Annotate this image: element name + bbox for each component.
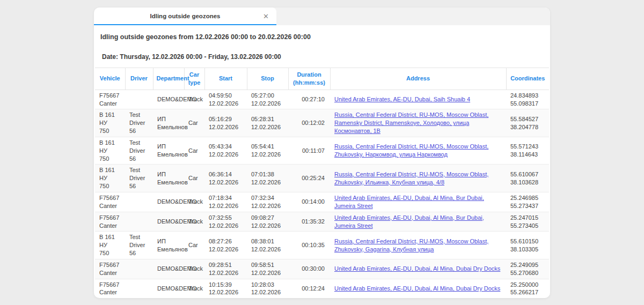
stop-cell: 07:01:38 12.02.2026 — [247, 165, 288, 192]
table-row: F75667 Canter DEMO&DEMO Truck 10:15:39 1… — [95, 279, 549, 298]
duration-cell: 00:27:10 — [288, 90, 330, 109]
vehicle-cell: В 161 НУ 750 — [95, 137, 125, 165]
vehicle-cell: F75667 Canter — [95, 259, 125, 279]
driver-cell: Test Driver 56 — [125, 137, 153, 165]
duration-cell: 00:11:07 — [288, 137, 330, 165]
table-row: В 161 НУ 750 Test Driver 56 ИП Емельянов… — [95, 165, 549, 192]
stop-cell: 05:27:00 12.02.2026 — [247, 90, 288, 109]
address-cell: United Arab Emirates, AE-DU, Dubai, Al M… — [330, 259, 506, 279]
column-header-driver: Driver — [125, 68, 153, 90]
coordinates-cell: 25.246985 55.273437 — [506, 192, 549, 212]
table-row: В 161 НУ 750 Test Driver 56 ИП Емельянов… — [95, 137, 549, 165]
start-cell: 04:59:50 12.02.2026 — [204, 90, 247, 109]
vehicle-cell: F75667 Canter — [95, 192, 125, 212]
tab-label: Idling outside geozones — [150, 13, 221, 19]
department-cell: DEMO&DEMO — [153, 259, 184, 279]
column-header-vehicle: Vehicle — [95, 68, 125, 90]
driver-cell — [125, 259, 153, 279]
stop-cell: 10:28:03 12.02.2026 — [247, 279, 288, 298]
department-cell: ИП Емельянов — [153, 165, 184, 192]
start-cell: 06:36:14 12.02.2026 — [204, 165, 247, 192]
column-header-department: Department — [153, 68, 184, 90]
driver-cell: Test Driver 56 — [125, 232, 153, 259]
address-cell: United Arab Emirates, AE-DU, Dubai, Al M… — [330, 192, 506, 212]
coordinates-cell: 24.834893 55.098317 — [506, 90, 549, 109]
table-row: F75667 Canter DEMO&DEMO Truck 09:28:51 1… — [95, 259, 549, 279]
address-link[interactable]: United Arab Emirates, AE-DU, Dubai, Al M… — [334, 265, 500, 272]
report-title: Idling outside geozones from 12.02.2026 … — [100, 33, 544, 41]
department-cell: DEMO&DEMO — [153, 212, 184, 232]
address-cell: Russia, Central Federal District, RU-MOS… — [330, 109, 506, 137]
report-table: Vehicle Driver Department Car type Start… — [95, 68, 549, 298]
department-cell: ИП Емельянов — [153, 109, 184, 137]
duration-cell: 00:12:02 — [288, 109, 330, 137]
coordinates-cell: 25.249095 55.270680 — [506, 259, 549, 279]
address-cell: United Arab Emirates, AE-DU, Dubai, Al M… — [330, 279, 506, 298]
driver-cell: Test Driver 56 — [125, 109, 153, 137]
stop-cell: 05:28:31 12.02.2026 — [247, 109, 288, 137]
address-link[interactable]: Russia, Central Federal District, RU-MOS… — [334, 111, 488, 134]
report-window: Idling outside geozones ✕ Idling outside… — [94, 8, 550, 298]
address-link[interactable]: Russia, Central Federal District, RU-MOS… — [334, 143, 488, 158]
report-table-container: Vehicle Driver Department Car type Start… — [95, 68, 549, 298]
start-cell: 08:27:26 12.02.2026 — [204, 232, 247, 259]
column-header-stop: Stop — [247, 68, 288, 90]
duration-cell: 00:30:00 — [288, 259, 330, 279]
department-cell: ИП Емельянов — [153, 232, 184, 259]
stop-cell: 09:08:27 12.02.2026 — [247, 212, 288, 232]
start-cell: 07:18:34 12.02.2026 — [204, 192, 247, 212]
department-cell: ИП Емельянов — [153, 137, 184, 165]
address-link[interactable]: United Arab Emirates, AE-DU, Dubai, Al M… — [334, 285, 500, 292]
coordinates-cell: 55.610067 38.103628 — [506, 165, 549, 192]
vehicle-cell: В 161 НУ 750 — [95, 109, 125, 137]
vehicle-cell: F75667 Canter — [95, 279, 125, 298]
duration-cell: 00:10:35 — [288, 232, 330, 259]
start-cell: 05:43:34 12.02.2026 — [204, 137, 247, 165]
column-header-duration: Duration (hh:mm:ss) — [288, 68, 330, 90]
address-cell: Russia, Central Federal District, RU-MOS… — [330, 165, 506, 192]
driver-cell — [125, 90, 153, 109]
vehicle-cell: F75667 Canter — [95, 212, 125, 232]
department-cell: DEMO&DEMO — [153, 279, 184, 298]
coordinates-cell: 25.247015 55.273405 — [506, 212, 549, 232]
address-link[interactable]: United Arab Emirates, AE-DU, Dubai, Al M… — [334, 195, 484, 209]
table-row: В 161 НУ 750 Test Driver 56 ИП Емельянов… — [95, 232, 549, 259]
driver-cell — [125, 279, 153, 298]
address-link[interactable]: United Arab Emirates, AE-DU, Dubai, Saih… — [334, 96, 470, 102]
table-header-row: Vehicle Driver Department Car type Start… — [95, 68, 549, 90]
coordinates-cell: 55.610150 38.103305 — [506, 232, 549, 259]
tab-bar-empty-area — [276, 8, 550, 25]
column-header-coordinates: Coordinates — [506, 68, 549, 90]
table-row: F75667 Canter DEMO&DEMO Truck 04:59:50 1… — [95, 90, 549, 109]
vehicle-cell: В 161 НУ 750 — [95, 165, 125, 192]
address-cell: United Arab Emirates, AE-DU, Dubai, Al M… — [330, 212, 506, 232]
address-cell: United Arab Emirates, AE-DU, Dubai, Saih… — [330, 90, 506, 109]
address-link[interactable]: Russia, Central Federal District, RU-MOS… — [334, 171, 488, 185]
coordinates-cell: 55.571243 38.114643 — [506, 137, 549, 165]
driver-cell — [125, 212, 153, 232]
address-link[interactable]: Russia, Central Federal District, RU-MOS… — [334, 238, 488, 252]
report-date-range: Date: Thursday, 12.02.2026 00:00 - Frida… — [102, 53, 544, 61]
tab-bar: Idling outside geozones ✕ — [94, 8, 550, 25]
tab-idling-outside-geozones[interactable]: Idling outside geozones ✕ — [94, 8, 276, 25]
start-cell: 07:32:55 12.02.2026 — [204, 212, 247, 232]
department-cell: DEMO&DEMO — [153, 90, 184, 109]
column-header-address: Address — [330, 68, 506, 90]
department-cell: DEMO&DEMO — [153, 192, 184, 212]
start-cell: 09:28:51 12.02.2026 — [204, 259, 247, 279]
stop-cell: 09:58:51 12.02.2026 — [247, 259, 288, 279]
duration-cell: 00:12:24 — [288, 279, 330, 298]
column-header-start: Start — [204, 68, 247, 90]
address-cell: Russia, Central Federal District, RU-MOS… — [330, 232, 506, 259]
stop-cell: 08:38:01 12.02.2026 — [247, 232, 288, 259]
start-cell: 05:16:29 12.02.2026 — [204, 109, 247, 137]
duration-cell: 00:14:00 — [288, 192, 330, 212]
duration-cell: 01:35:32 — [288, 212, 330, 232]
table-body: F75667 Canter DEMO&DEMO Truck 04:59:50 1… — [95, 90, 549, 298]
coordinates-cell: 25.250000 55.266217 — [506, 279, 549, 298]
stop-cell: 07:32:34 12.02.2026 — [247, 192, 288, 212]
address-cell: Russia, Central Federal District, RU-MOS… — [330, 137, 506, 165]
table-row: F75667 Canter DEMO&DEMO Truck 07:32:55 1… — [95, 212, 549, 232]
address-link[interactable]: United Arab Emirates, AE-DU, Dubai, Al M… — [334, 214, 484, 229]
close-icon[interactable]: ✕ — [263, 12, 269, 19]
